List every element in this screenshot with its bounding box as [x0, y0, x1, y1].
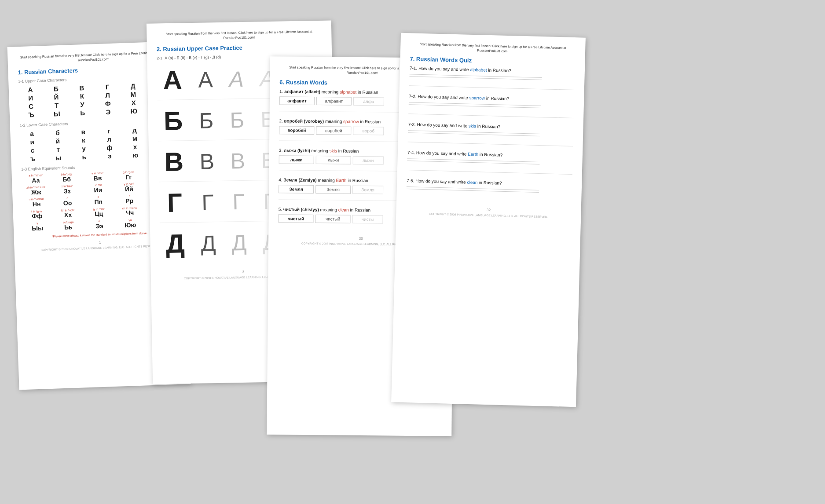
quiz-q-text-5: 7-5. How do you say and write clean in R… — [407, 178, 572, 187]
lp-char-a-medium: А — [192, 69, 219, 91]
char-cell: Т — [44, 101, 69, 110]
word-box-1b: алфавит — [316, 97, 352, 106]
page2-section-title: 2. Russian Upper Case Practice — [157, 43, 322, 53]
word-box-5b: чистый — [315, 215, 350, 223]
equiv-cell: z in 'tree' Зз — [53, 184, 81, 195]
word-box-2a: воробей — [279, 126, 314, 135]
char-cell: э — [98, 152, 122, 160]
equiv-cell: g in 'god' Гг — [114, 170, 143, 181]
quiz-q1-highlight: alphabet — [470, 67, 487, 73]
char-cell: И — [18, 94, 43, 102]
word-box-1c: алфа — [353, 97, 384, 106]
char-cell: Ъ — [19, 110, 44, 119]
char-cell: С — [19, 102, 43, 110]
char-cell: с — [20, 146, 44, 154]
char-cell: Б — [44, 84, 68, 93]
lp-char-v-medium: В — [194, 150, 220, 173]
char-cell: ъ — [21, 154, 45, 163]
word-box-5a: чистый — [278, 214, 313, 223]
equiv-cell: zh in 'measure' Жж — [22, 185, 51, 196]
word-box-3c: лыжи — [353, 156, 384, 165]
char-cell: ю — [123, 151, 147, 159]
char-cell: Г — [95, 83, 120, 91]
word-meaning-3: meaning — [312, 148, 330, 153]
equiv-cell: o Оо — [53, 196, 82, 207]
word-en-5: clean — [338, 208, 349, 212]
lp-char-g-light: Г — [225, 191, 252, 213]
quiz-answer-line-5 — [407, 186, 539, 190]
word-num-3: 3. — [279, 148, 284, 153]
word-box-2b: воробей — [316, 126, 351, 135]
quiz-answer-line-2 — [409, 102, 541, 106]
equiv-cell: ts in 'hits' Цц — [84, 207, 113, 218]
word-num-2: 2. — [279, 118, 284, 123]
equiv-cell: yu Юю — [116, 218, 144, 229]
word-en-1: alphabet — [340, 90, 356, 95]
quiz-q1-suffix: in Russian? — [488, 68, 511, 73]
lp-char-d-light: Д — [226, 232, 253, 254]
quiz-q-text-3: 7-3. How do you say and write skis in Ru… — [408, 122, 573, 131]
lp-char-a-light: А — [223, 68, 250, 91]
equiv-cell: y in 'yet' Йй — [115, 182, 143, 193]
word-lang-5: in Russian — [350, 208, 370, 212]
quiz-q5-suffix: in Russian? — [479, 180, 502, 185]
char-cell: м — [123, 134, 147, 142]
char-cell: Й — [44, 93, 69, 101]
word-ru-4: Земля (Zemlya) — [283, 177, 316, 183]
quiz-answer-line-1 — [410, 74, 542, 78]
quiz-q3-num: 7-3. — [408, 122, 417, 127]
quiz-answer-line-3 — [408, 130, 540, 134]
equiv-cell: b in 'bog' Бб — [52, 172, 81, 183]
lp-char-b-bold: Б — [158, 108, 189, 135]
char-cell: Э — [96, 108, 121, 116]
word-box-1a: алфавит — [279, 96, 315, 105]
char-cell: К — [70, 92, 94, 100]
word-ru-5: чистый (chistyy) — [283, 207, 319, 212]
equiv-cell: n in 'normal' Нн — [22, 197, 51, 208]
char-cell: Ю — [122, 107, 146, 115]
page2-header: Start speaking Russian from the very fir… — [156, 29, 322, 42]
char-cell: л — [97, 135, 121, 143]
page4-section-title: 7. Russian Words Quiz — [410, 55, 575, 66]
word-ru-3: лыжи (lyzhi) — [284, 148, 310, 153]
char-cell: г — [97, 127, 121, 135]
quiz-q5-num: 7-5. — [407, 178, 415, 183]
equiv-cell: ch in 'menu' Чч — [116, 206, 144, 217]
quiz-q3-text: How do you say and write — [417, 122, 469, 128]
word-box-3a: лыжи — [279, 155, 314, 164]
char-cell: д — [122, 126, 147, 134]
char-cell: х — [123, 142, 147, 151]
equiv-cell: p Пп — [84, 195, 113, 206]
quiz-question-3: 7-3. How do you say and write skis in Ru… — [408, 122, 574, 146]
char-cell: й — [46, 137, 70, 145]
equiv-cell: r Рр — [115, 194, 144, 205]
word-box-3b: лыжи — [316, 156, 351, 164]
word-ru-1: алфавит (alfavit) — [284, 89, 320, 94]
page4-header: Start speaking Russian from the very fir… — [410, 42, 576, 55]
lp-char-g-medium: Г — [194, 191, 221, 214]
char-cell: М — [121, 90, 145, 99]
word-meaning-2: meaning — [325, 119, 343, 124]
quiz-q2-num: 7-2. — [409, 94, 418, 99]
char-cell: в — [71, 128, 95, 136]
quiz-q4-highlight: Earth — [468, 152, 478, 157]
char-cell: и — [20, 138, 44, 146]
char-cell: Ф — [96, 99, 120, 108]
char-cell: А — [18, 85, 43, 94]
quiz-q4-num: 7-4. — [407, 150, 416, 155]
quiz-question-1: 7-1. How do you say and write alphabet i… — [409, 66, 575, 90]
equiv-cell: v in 'vote' Вв — [83, 171, 112, 182]
char-cell: Х — [121, 99, 146, 107]
quiz-q3-suffix: in Russian? — [477, 124, 501, 129]
char-cell: Ы — [45, 110, 69, 118]
char-cell: у — [72, 144, 96, 153]
quiz-q5-highlight: clean — [467, 180, 477, 185]
word-meaning-1: meaning — [322, 89, 340, 94]
equiv-cell: soft sign Ьь — [54, 220, 83, 231]
lp-char-d-medium: Д — [195, 232, 222, 255]
quiz-q-text-2: 7-2. How do you say and write sparrow in… — [409, 94, 574, 103]
quiz-q2-text: How do you say and write — [418, 94, 469, 100]
lp-char-d-bold: Д — [160, 230, 191, 257]
quiz-q-text-4: 7-4. How do you say and write Earth in R… — [407, 150, 573, 159]
char-cell: б — [45, 128, 70, 137]
